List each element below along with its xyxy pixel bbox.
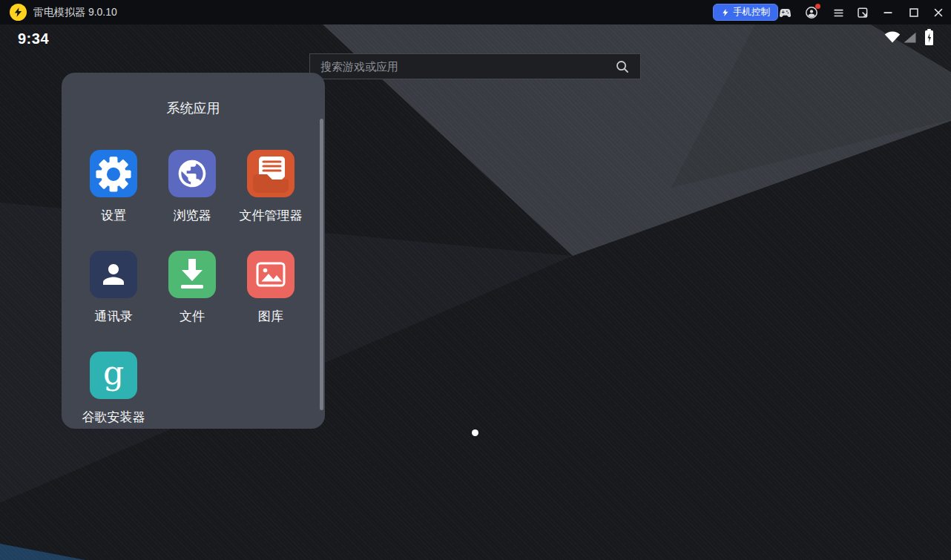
account-icon[interactable] (804, 5, 819, 20)
app-label: 谷歌安装器 (69, 410, 158, 425)
search-input[interactable] (310, 54, 615, 79)
signal-icon (904, 32, 916, 46)
titlebar: 雷电模拟器 9.0.10 手机控制 (0, 0, 951, 24)
maximize-button[interactable] (906, 5, 921, 20)
gear-icon (92, 152, 135, 195)
image-icon (247, 251, 294, 298)
gamepad-icon[interactable] (777, 5, 792, 20)
app-google-installer-button[interactable]: g (90, 352, 137, 399)
app-label: 设置 (69, 208, 158, 223)
app-gallery-button[interactable] (247, 251, 294, 298)
g-letter-icon: g (103, 349, 124, 397)
bolt-icon (721, 8, 730, 17)
app-settings: 设置 (69, 150, 158, 223)
emulator-window: 雷电模拟器 9.0.10 手机控制 (0, 0, 951, 560)
app-files: 文件 (148, 251, 237, 324)
minimize-button[interactable] (881, 5, 895, 20)
window-title: 雷电模拟器 9.0.10 (33, 0, 117, 24)
app-contacts-button[interactable] (90, 251, 137, 298)
menu-icon[interactable] (831, 5, 846, 20)
globe-icon (176, 157, 208, 190)
status-time: 9:34 (18, 30, 49, 47)
search-bar (309, 53, 641, 79)
battery-charging-icon (924, 28, 934, 49)
phone-control-label: 手机控制 (733, 6, 770, 19)
download-icon (168, 251, 216, 298)
resize-icon[interactable] (855, 5, 870, 20)
app-label: 浏览器 (148, 208, 237, 223)
app-file-manager-button[interactable] (247, 150, 294, 197)
app-files-button[interactable] (168, 251, 216, 298)
app-browser-button[interactable] (168, 150, 216, 197)
close-button[interactable] (931, 5, 946, 20)
app-label: 文件管理器 (226, 208, 315, 223)
wifi-icon (884, 30, 901, 46)
app-browser: 浏览器 (148, 150, 237, 223)
app-gallery: 图库 (226, 251, 315, 324)
system-apps-folder: 系统应用 设置 (62, 73, 325, 429)
app-label: 文件 (148, 309, 237, 324)
folder-scrollbar[interactable] (320, 119, 323, 410)
ldplayer-logo-icon (10, 4, 27, 21)
document-icon (247, 150, 294, 197)
app-file-manager: 文件管理器 (226, 150, 315, 223)
app-label: 图库 (226, 309, 315, 324)
folder-title: 系统应用 (62, 99, 325, 117)
person-icon (98, 259, 129, 290)
search-icon[interactable] (615, 59, 630, 74)
app-google-installer: g 谷歌安装器 (69, 352, 158, 425)
app-label: 通讯录 (69, 309, 158, 324)
page-indicator-dot (472, 429, 478, 436)
app-settings-button[interactable] (90, 150, 137, 197)
phone-control-button[interactable]: 手机控制 (713, 4, 778, 21)
notification-dot (815, 4, 820, 9)
app-contacts: 通讯录 (69, 251, 158, 324)
